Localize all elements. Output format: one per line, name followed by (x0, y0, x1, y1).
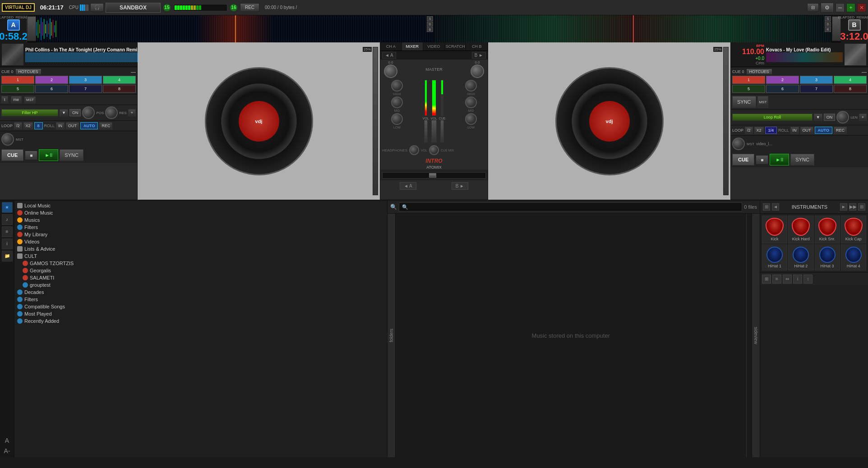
waveform-a[interactable]: /* waveform bg only */ S D B (36, 15, 434, 42)
search-input[interactable] (399, 202, 743, 211)
hotcue-a-6[interactable]: 6 (35, 85, 68, 93)
deck-a-loop-double[interactable]: X2 (23, 122, 33, 129)
deck-b-loop-double[interactable]: X2 (754, 127, 764, 134)
tree-item-cult[interactable]: CULT (14, 252, 387, 260)
mid-knob-a[interactable] (391, 96, 403, 108)
mixer-tab-mixer[interactable]: MIXER (402, 42, 424, 50)
inst-bottom-share[interactable]: ⇔ (783, 275, 792, 284)
inst-grid-btn[interactable]: ⊞ (763, 203, 770, 211)
sidebar-scroll-down[interactable]: A- (2, 446, 12, 455)
hotcue-a-1[interactable]: 1 (1, 76, 34, 84)
mid-knob-b[interactable] (465, 96, 477, 108)
sidebar-scroll-up[interactable]: A (3, 436, 11, 445)
hotcue-a-3[interactable]: 3 (69, 76, 102, 84)
tree-item-lists[interactable]: Lists & Advice (14, 245, 387, 252)
settings-button[interactable]: ⚙ (821, 3, 834, 13)
turntable-b[interactable]: vdj 25% (488, 42, 730, 200)
effect-mst[interactable]: MST (24, 96, 36, 103)
maximize-button[interactable]: + (846, 3, 855, 12)
inst-kick-snr[interactable]: Kick Snr. (815, 216, 840, 243)
tree-item-videos[interactable]: Videos (14, 238, 387, 245)
headphone-button[interactable]: 🎧 (90, 3, 104, 12)
s-btn[interactable]: S (427, 16, 433, 21)
hotcue-b-1[interactable]: 1 (732, 76, 765, 84)
mixer-tab-scratch[interactable]: SCRATCH (445, 42, 466, 50)
hotcue-b-5[interactable]: 5 (732, 85, 765, 93)
deck-b-on-btn[interactable]: ON (824, 114, 836, 121)
mixer-tab-cha[interactable]: CH A (380, 42, 402, 50)
tree-item-online[interactable]: Online Music (14, 209, 387, 216)
deck-b-play-button[interactable]: ►II (770, 154, 789, 165)
hotcue-b-4[interactable]: 4 (834, 76, 867, 84)
effect-btn-me[interactable]: me (11, 96, 22, 103)
side-view-tab[interactable]: sideview (752, 214, 760, 457)
tree-item-decades[interactable]: Decades (14, 289, 387, 296)
master-fader[interactable] (431, 120, 437, 142)
hotcue-b-6[interactable]: 6 (766, 85, 799, 93)
headphone-mix-knob[interactable] (429, 145, 439, 155)
inst-kick-hard[interactable]: Kick Hard (788, 216, 813, 243)
b-btn[interactable]: B (427, 27, 433, 32)
turntable-a[interactable]: vdj 25% (138, 42, 380, 200)
deck-a-res-knob[interactable] (105, 106, 118, 119)
deck-b-filter-arrow[interactable]: ▼ (814, 114, 822, 121)
nav-b-btn[interactable]: B ► (472, 52, 486, 59)
mixer-b-nav[interactable]: B ► (452, 182, 468, 190)
inst-hihat-3[interactable]: HiHat 3 (815, 244, 840, 271)
deck-a-loop-size[interactable]: 8 (34, 122, 43, 129)
hotcue-b-2[interactable]: 2 (766, 76, 799, 84)
turntable-b-platter[interactable]: vdj (555, 67, 664, 175)
tree-item-grouptest[interactable]: grouptest (14, 281, 387, 289)
inst-bottom-info[interactable]: i (793, 275, 802, 284)
deck-b-loop-half[interactable]: /2 (745, 127, 753, 134)
r-btn-b[interactable]: R (825, 27, 831, 32)
high-knob-b[interactable] (465, 80, 477, 92)
hotcue-b-3[interactable]: 3 (800, 76, 833, 84)
tree-item-recent[interactable]: Recently Added (14, 317, 387, 325)
crossfader-handle[interactable] (429, 173, 436, 178)
deck-a-pos-knob[interactable] (82, 106, 95, 119)
vol-slider-b[interactable] (440, 120, 444, 142)
pitch-slider-a[interactable] (27, 16, 36, 41)
tree-item-salameti[interactable]: SALAMETI (14, 274, 387, 281)
inst-fast-fwd-btn[interactable]: ▶▶ (849, 203, 856, 211)
deck-b-mst-btn[interactable]: MST (757, 96, 769, 108)
hotcue-a-8[interactable]: 8 (103, 85, 136, 93)
mixer-tab-chb[interactable]: CH B (466, 42, 488, 50)
inst-options-btn[interactable]: ⊞ (858, 203, 865, 211)
deck-b-master-knob[interactable] (732, 138, 745, 150)
pitch-slider-b[interactable] (832, 16, 841, 41)
deck-b-stop-button[interactable]: ■ (756, 155, 768, 165)
deck-b-loop-size[interactable]: 1/4 (765, 127, 777, 134)
tree-item-filters2[interactable]: Filters (14, 296, 387, 303)
mixer-a-nav[interactable]: ◄ A (400, 182, 416, 190)
crossfader-track[interactable] (382, 172, 486, 179)
headphone-vol-knob[interactable] (409, 145, 419, 155)
inst-hihat-1[interactable]: HiHat 1 (762, 244, 787, 271)
close-button[interactable]: ✕ (857, 3, 866, 12)
hotcue-a-2[interactable]: 2 (35, 76, 68, 84)
low-knob-b[interactable] (465, 113, 477, 125)
deck-a-loop-auto[interactable]: AUTO (80, 122, 98, 129)
inst-next-btn[interactable]: ► (840, 203, 847, 211)
deck-b-sync-btn[interactable]: SYNC (732, 96, 756, 108)
hotcue-a-5[interactable]: 5 (1, 85, 34, 93)
inst-hihat-2[interactable]: HiHat 2 (788, 244, 813, 271)
deck-b-loop-in[interactable]: IN (790, 127, 799, 134)
deck-b-filter-select[interactable]: Loop Roll (732, 114, 813, 121)
folders-tab[interactable]: folders (388, 214, 396, 457)
inst-kick[interactable]: Kick (762, 216, 787, 243)
content-scrollbar[interactable] (746, 214, 752, 457)
deck-a-filter-arrow[interactable]: ▼ (60, 109, 68, 116)
deck-a-play-button[interactable]: ►II (39, 149, 58, 161)
deck-a-loop-in[interactable]: IN (56, 122, 65, 129)
deck-b-filter-plus[interactable]: + (859, 114, 867, 121)
tree-item-mylibrary[interactable]: My Library (14, 231, 387, 238)
sidebar-icon-star[interactable]: ★ (2, 202, 13, 213)
deck-a-stop-button[interactable]: ■ (25, 151, 37, 160)
deck-a-master-knob[interactable] (1, 133, 14, 146)
sidebar-icon-info[interactable]: i (2, 239, 13, 249)
waveform-b[interactable]: S D R (434, 15, 832, 42)
sidebar-icon-folder[interactable]: 📁 (2, 251, 13, 262)
deck-a-cue-button[interactable]: CUE (1, 149, 23, 161)
